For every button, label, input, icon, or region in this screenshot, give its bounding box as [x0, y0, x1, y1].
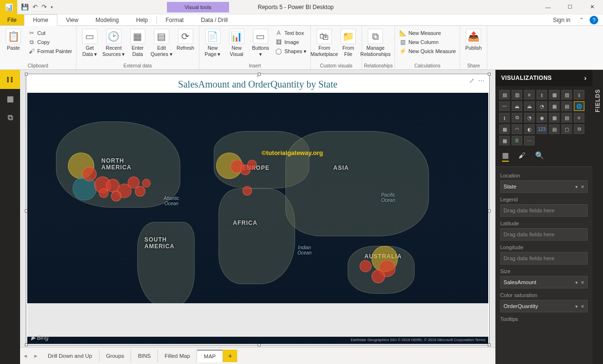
viz-kpi-icon[interactable]: ◠	[512, 124, 522, 134]
data-view-icon[interactable]: ▦	[0, 89, 20, 108]
legend-well[interactable]: Drag data fields here	[500, 204, 588, 217]
enter-data-button[interactable]: ▦Enter Data	[126, 27, 149, 57]
viz-table-icon[interactable]: 123	[537, 124, 547, 134]
fields-tab-icon[interactable]: ▦	[502, 151, 509, 162]
data-bubble[interactable]	[360, 260, 372, 272]
tab-home[interactable]: Home	[24, 14, 57, 26]
viz-stacked-bar-icon[interactable]: ▤	[499, 90, 510, 99]
buttons-button[interactable]: ▭Buttons ▾	[249, 27, 272, 57]
viz-multi-card-icon[interactable]: ▦	[499, 124, 510, 134]
from-file-button[interactable]: 📁From File	[337, 27, 360, 57]
copy-button[interactable]: ⧉Copy	[26, 38, 74, 46]
textbox-button[interactable]: AText box	[273, 29, 308, 37]
sign-in-link[interactable]: Sign in	[548, 14, 575, 25]
viz-arcgis-icon[interactable]: ▦	[499, 136, 510, 145]
close-button[interactable]: ✕	[581, 0, 603, 14]
get-data-button[interactable]: ▭Get Data ▾	[78, 27, 101, 57]
new-page-button[interactable]: 📄New Page ▾	[201, 27, 224, 57]
viz-py-icon[interactable]: ⧉	[574, 124, 584, 134]
viz-slicer-icon[interactable]: ◐	[524, 124, 535, 134]
viz-funnel-icon[interactable]: ▦	[549, 113, 559, 122]
edit-queries-button[interactable]: ▤Edit Queries ▾	[150, 27, 173, 57]
viz-pie-icon[interactable]: ⫿	[499, 113, 510, 122]
page-tab[interactable]: BINS	[131, 350, 158, 362]
field-remove-icon[interactable]: ✕	[581, 184, 584, 189]
page-tab[interactable]: Filled Map	[158, 350, 197, 362]
more-options-icon[interactable]: ⋯	[478, 77, 484, 84]
viz-stacked-column-icon[interactable]: ▥	[512, 90, 522, 99]
data-bubble[interactable]	[242, 186, 252, 196]
help-icon[interactable]: ?	[590, 16, 598, 24]
viz-treemap-icon[interactable]: ◔	[524, 113, 535, 122]
viz-map-icon[interactable]: 🌐	[574, 101, 584, 111]
data-bubble[interactable]	[142, 179, 151, 188]
publish-button[interactable]: 📤Publish	[462, 27, 485, 51]
viz-clustered-column-icon[interactable]: ⫿	[537, 90, 547, 99]
ribbon-collapse-icon[interactable]: ⌃	[575, 14, 588, 25]
file-menu[interactable]: File	[0, 14, 24, 25]
minimize-button[interactable]: —	[537, 0, 559, 14]
manage-relationships-button[interactable]: ⧉Manage Relationships	[364, 27, 387, 57]
focus-mode-icon[interactable]: ⤢	[469, 77, 474, 84]
model-view-icon[interactable]: ⧉	[0, 108, 20, 127]
data-bubble[interactable]	[111, 191, 121, 201]
data-bubble[interactable]	[372, 270, 385, 283]
color-saturation-well[interactable]: OrderQuantity▾✕	[500, 300, 588, 312]
page-tab[interactable]: Drill Down and Up	[41, 350, 99, 362]
viz-gauge-icon[interactable]: ▤	[561, 113, 572, 122]
cut-button[interactable]: ✂Cut	[26, 29, 74, 37]
paste-button[interactable]: 📋Paste	[2, 27, 25, 51]
recent-sources-button[interactable]: 🕑Recent Sources ▾	[102, 27, 125, 57]
format-tab-icon[interactable]: 🖌	[518, 151, 526, 162]
image-button[interactable]: 🖼Image	[273, 38, 308, 46]
latitude-well[interactable]: Drag data fields here	[500, 228, 588, 241]
map-visual[interactable]: ⤢ ⋯ SalesAmount and OrderQuantity by Sta…	[26, 74, 490, 345]
save-icon[interactable]: 💾	[21, 3, 29, 11]
collapse-pane-icon[interactable]: ›	[584, 74, 587, 82]
viz-line-icon[interactable]: ⫿	[574, 90, 584, 99]
viz-stacked-area-icon[interactable]: ⛰	[512, 101, 522, 111]
visual-tools-tab[interactable]: Visual tools	[167, 2, 229, 12]
report-view-icon[interactable]: ⫿⫿	[0, 70, 20, 89]
redo-icon[interactable]: ↷	[42, 3, 47, 11]
viz-matrix-icon[interactable]: ▤	[549, 124, 559, 134]
tab-help[interactable]: Help	[128, 14, 157, 25]
viz-100-column-icon[interactable]: ▨	[561, 90, 572, 99]
location-well[interactable]: State▾✕	[500, 180, 588, 193]
viz-filled-map-icon[interactable]: ◉	[537, 113, 547, 122]
tab-modeling[interactable]: Modeling	[87, 14, 128, 25]
add-page-button[interactable]: +	[223, 350, 237, 362]
shapes-button[interactable]: ◯Shapes ▾	[273, 47, 308, 55]
page-nav-next-icon[interactable]: ►	[31, 353, 41, 359]
data-bubble[interactable]	[82, 167, 97, 181]
qat-dropdown-icon[interactable]: ▾	[51, 5, 53, 10]
undo-icon[interactable]: ↶	[33, 3, 38, 11]
viz-scatter-icon[interactable]: ▤	[561, 101, 572, 111]
page-nav-prev-icon[interactable]: ◄	[20, 353, 31, 359]
new-measure-button[interactable]: 📐New Measure	[397, 29, 458, 37]
viz-line-column-icon[interactable]: ⛰	[524, 101, 535, 111]
page-tab-active[interactable]: MAP	[197, 350, 223, 362]
report-canvas[interactable]: ⤢ ⋯ SalesAmount and OrderQuantity by Sta…	[20, 70, 495, 347]
tab-format[interactable]: Format	[157, 14, 192, 25]
analytics-tab-icon[interactable]: 🔍	[535, 151, 544, 162]
viz-import-icon[interactable]: ⋯	[524, 136, 535, 145]
viz-r-icon[interactable]: ▢	[561, 124, 572, 134]
format-painter-button[interactable]: 🖌Format Painter	[26, 47, 74, 55]
size-well[interactable]: SalesAmount▾✕	[500, 276, 588, 288]
map-surface[interactable]: NORTH AMERICA EUROPE ASIA AFRICA SOUTH A…	[27, 93, 488, 344]
viz-card-icon[interactable]: ≡	[574, 113, 584, 122]
viz-100-bar-icon[interactable]: ▦	[549, 90, 559, 99]
data-bubble[interactable]	[247, 160, 257, 169]
field-dropdown-icon[interactable]: ▾	[575, 184, 578, 189]
field-dropdown-icon[interactable]: ▾	[575, 304, 578, 309]
field-remove-icon[interactable]: ✕	[581, 304, 584, 309]
viz-waterfall-icon[interactable]: ▦	[549, 101, 559, 111]
page-tab[interactable]: Groups	[99, 350, 132, 362]
maximize-button[interactable]: ☐	[559, 0, 581, 14]
data-bubble[interactable]	[99, 188, 109, 198]
new-visual-button[interactable]: 📊New Visual	[225, 27, 248, 57]
fields-pane-collapsed[interactable]: FIELDS	[592, 70, 603, 364]
tab-view[interactable]: View	[57, 14, 87, 25]
viz-donut-icon[interactable]: ⧉	[512, 113, 522, 122]
